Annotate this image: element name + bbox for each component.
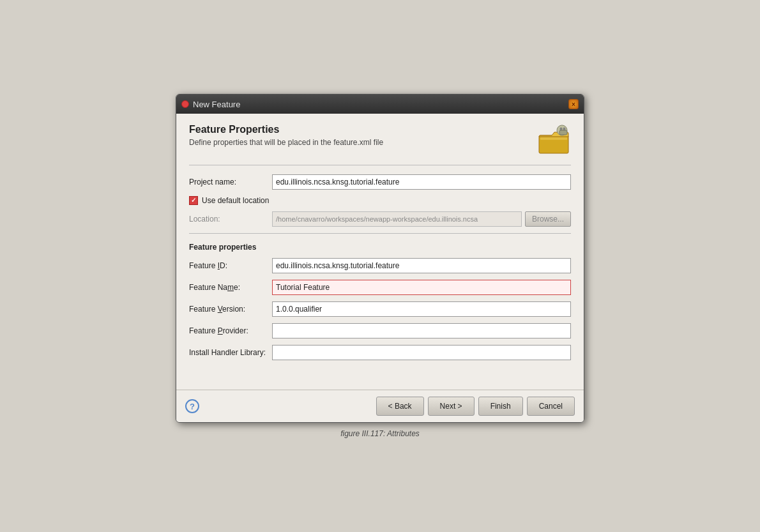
feature-id-group: Feature ID: bbox=[189, 258, 571, 273]
feature-version-group: Feature Version: bbox=[189, 301, 571, 317]
header-text: Feature Properties Define properties tha… bbox=[189, 124, 383, 147]
project-name-input[interactable] bbox=[272, 174, 571, 190]
page-wrapper: New Feature × Feature Properties Define … bbox=[176, 94, 584, 438]
footer-spacer bbox=[189, 367, 571, 379]
title-bar: New Feature × bbox=[176, 95, 584, 114]
checkbox-wrapper: Use default location bbox=[189, 196, 269, 205]
dialog-subtext: Define properties that will be placed in… bbox=[189, 138, 383, 147]
help-button[interactable]: ? bbox=[185, 399, 199, 413]
close-button[interactable]: × bbox=[568, 99, 579, 109]
svg-rect-5 bbox=[559, 130, 567, 135]
install-handler-input[interactable] bbox=[272, 345, 571, 360]
cancel-button[interactable]: Cancel bbox=[527, 397, 575, 416]
dialog-heading: Feature Properties bbox=[189, 124, 383, 135]
feature-props-divider bbox=[189, 233, 571, 234]
header-divider bbox=[189, 165, 571, 165]
title-bar-left: New Feature bbox=[181, 100, 240, 109]
use-default-location-checkbox[interactable] bbox=[189, 196, 198, 205]
project-name-group: Project name: bbox=[189, 174, 571, 190]
footer-buttons: < Back Next > Finish Cancel bbox=[376, 397, 575, 416]
project-name-label: Project name: bbox=[189, 178, 272, 186]
feature-name-input[interactable] bbox=[272, 280, 571, 295]
feature-version-input[interactable] bbox=[272, 301, 571, 317]
finish-button[interactable]: Finish bbox=[478, 397, 523, 416]
feature-name-label: Feature Name: bbox=[189, 283, 272, 292]
next-button[interactable]: Next > bbox=[428, 397, 475, 416]
feature-name-group: Feature Name: bbox=[189, 280, 571, 295]
use-default-location-label: Use default location bbox=[202, 196, 269, 205]
new-feature-dialog: New Feature × Feature Properties Define … bbox=[176, 94, 584, 423]
feature-provider-label: Feature Provider: bbox=[189, 326, 272, 335]
header-row: Feature Properties Define properties tha… bbox=[189, 124, 571, 157]
feature-provider-group: Feature Provider: bbox=[189, 323, 571, 338]
feature-props-heading: Feature properties bbox=[189, 243, 571, 252]
dialog-title: New Feature bbox=[193, 100, 240, 109]
checkbox-row: Use default location bbox=[189, 196, 571, 205]
back-button[interactable]: < Back bbox=[376, 397, 424, 416]
location-input bbox=[272, 211, 522, 227]
dialog-body: Feature Properties Define properties tha… bbox=[176, 114, 584, 390]
feature-id-input[interactable] bbox=[272, 258, 571, 273]
location-row: Location: Browse... bbox=[189, 211, 571, 227]
figure-caption: figure III.117: Attributes bbox=[340, 429, 420, 438]
title-bar-dot bbox=[181, 100, 189, 108]
install-handler-group: Install Handler Library: bbox=[189, 345, 571, 360]
browse-button: Browse... bbox=[525, 211, 571, 227]
feature-id-label: Feature ID: bbox=[189, 261, 272, 270]
footer-left: ? bbox=[185, 399, 199, 413]
feature-provider-input[interactable] bbox=[272, 323, 571, 338]
dialog-footer: ? < Back Next > Finish Cancel bbox=[176, 390, 584, 422]
feature-version-label: Feature Version: bbox=[189, 305, 272, 314]
svg-rect-1 bbox=[540, 137, 567, 140]
feature-props-section: Feature properties Feature ID: Feature N… bbox=[189, 243, 571, 360]
location-label: Location: bbox=[189, 215, 272, 224]
folder-icon-svg bbox=[538, 124, 571, 157]
feature-icon bbox=[538, 124, 571, 157]
install-handler-label: Install Handler Library: bbox=[189, 348, 272, 357]
